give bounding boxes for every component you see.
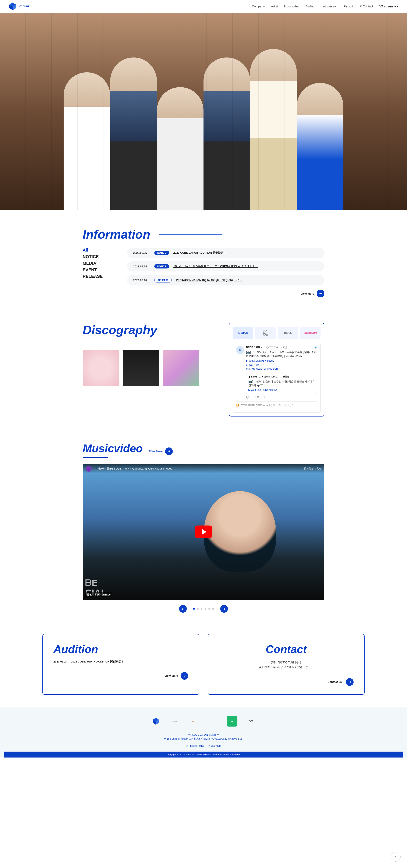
tweet-avatar-icon: ⟨3 (236, 346, 244, 354)
slider-dots (193, 608, 214, 610)
footer-logo-icon[interactable]: UNIV (169, 716, 180, 726)
youtube-logo-icon[interactable]: ▶ YouTube (96, 592, 112, 597)
album-cover[interactable] (83, 350, 119, 386)
hero-person (64, 72, 110, 210)
footer-logo-icon[interactable]: W (227, 716, 238, 726)
audition-date: 2023.05.24 (54, 660, 67, 663)
info-tab-all[interactable]: All (83, 248, 115, 253)
info-row[interactable]: 2023.05.24 NOTICE 当社ホームページを新規リニューアルOPENさ… (127, 261, 324, 272)
nav-vt-cosmetics[interactable]: VT cosmetics (379, 5, 399, 8)
slider-dot[interactable] (193, 608, 195, 610)
twitter-tabs: ⟨3 BTOB PEN TA GON ✿IDLE LIGHTSUM (233, 327, 320, 339)
audition-card: Audition 2023.05.24 2023 CUBE JAPAN AUDI… (42, 634, 199, 695)
like-action[interactable]: ♡ 97 (253, 396, 259, 399)
information-title-text: Information (83, 227, 150, 241)
nav-audition[interactable]: Audition (306, 5, 316, 8)
channel-avatar-icon[interactable]: C (86, 466, 92, 472)
tweet-at: @BTOBOF… (267, 346, 281, 349)
footer-sitemap-link[interactable]: > Site Map (208, 744, 221, 747)
quoted-body: [📺] 이연복, 정호영이 교수인 과 [한국호텔 호텔조리과]｜#전과자 ep… (248, 380, 315, 387)
slider-dot[interactable] (197, 608, 199, 610)
tweet: ⟨3 BTOB JAPAN … @BTOBOF… · 45分 🐦 [📺] イ・ヨ… (236, 346, 317, 407)
like-count: 97 (256, 396, 259, 399)
footer-privacy-link[interactable]: > Privacy Policy (186, 744, 205, 747)
info-tab-release[interactable]: RELEASE (83, 274, 115, 279)
information-title: Information (83, 227, 324, 241)
slider-prev-button[interactable] (179, 605, 187, 613)
information-section: Information All NOTICE MEDIA EVENT RELEA… (79, 210, 328, 306)
slider-dot[interactable] (212, 608, 214, 610)
audition-text: 2023 CUBE JAPAN AUDITION 開催決定！ (71, 660, 124, 663)
video-bottom-bar: 見る ▶ YouTube (85, 592, 112, 597)
info-tab-event[interactable]: EVENT (83, 268, 115, 272)
share-button[interactable]: 共有 (317, 467, 321, 470)
site-logo[interactable]: VT CUBE (8, 2, 30, 10)
nav-musicvideo[interactable]: Musicvideo (284, 5, 299, 8)
info-badge: NOTICE (154, 251, 169, 255)
play-button[interactable] (195, 526, 212, 538)
footer-logo-icon[interactable]: LS (208, 716, 218, 726)
footer-logo-icon[interactable]: IDLE (189, 716, 199, 726)
tweet-body: [📺] イ・ヨンボク、チョン・ホヨンが教授の学科 [韓国ホテル観光実用専門学校 … (246, 350, 317, 358)
tweet-hashtags[interactable]: #비투비 #BTOB #이창섭 #LEE_CHANGSUB (246, 364, 317, 371)
video-player[interactable]: C (여자)아이들((G)I-DLE) - '퀸카 (Queencard)' O… (83, 464, 324, 600)
footer-logo-icon[interactable]: VT (246, 716, 256, 726)
twitter-bird-icon: 🐦 (314, 346, 317, 349)
nav-artist[interactable]: Artist (271, 5, 278, 8)
slider-dot[interactable] (208, 608, 210, 610)
quoted-tweet[interactable]: ❯ BTOB-… ✔ @OFFICIAL… · 1時間 [📺] 이연복, 정호영… (246, 373, 317, 394)
slider-next-button[interactable] (220, 605, 228, 613)
quoted-handle: ❯ BTOB-… ✔ @OFFICIAL… · 1時間 (248, 375, 315, 378)
nav-recruit[interactable]: Recruit (344, 5, 353, 8)
discography-section: Discography ⟨3 BTOB PEN TA GON ✿IDLE LIG… (79, 306, 328, 425)
twitter-widget: ⟨3 BTOB PEN TA GON ✿IDLE LIGHTSUM ⟨3 BTO… (229, 323, 324, 416)
audition-view-more[interactable]: View More (54, 672, 188, 680)
slider-dot[interactable] (201, 608, 202, 610)
info-tab-media[interactable]: MEDIA (83, 261, 115, 266)
watch-later-button[interactable]: 後で見る (304, 467, 313, 470)
album-cover[interactable] (163, 350, 199, 386)
watch-on-label[interactable]: 見る (85, 592, 94, 597)
twitter-feed[interactable]: ⟨3 BTOB JAPAN … @BTOBOF… · 45分 🐦 [📺] イ・ヨ… (233, 343, 320, 413)
twitter-tab-gidle[interactable]: ✿IDLE (278, 327, 298, 339)
info-row[interactable]: 2023.05.10 RELEASE PENTAGON JAPAN Digita… (127, 275, 324, 285)
info-tabs: All NOTICE MEDIA EVENT RELEASE (83, 248, 115, 297)
nav-information[interactable]: Information (322, 5, 337, 8)
footer-logo-cube-icon[interactable] (151, 716, 161, 726)
twitter-tab-lightsum[interactable]: LIGHTSUM (300, 327, 320, 339)
share-icon[interactable]: ⇪ (264, 396, 266, 399)
contact-us-button[interactable]: Contact us ! (219, 678, 353, 686)
info-view-more[interactable]: View More (127, 290, 324, 297)
contact-desc-line: 以下お問い合わせよりご連絡くださいませ。 (259, 665, 314, 669)
musicvideo-section: Musicvideo View More C (여자)아이들((G)I-DLE)… (79, 425, 328, 621)
info-row[interactable]: 2023.05.25 NOTICE 2023 CUBE JAPAN AUDITI… (127, 248, 324, 258)
copyright: Copyright © 2023CUBE ENTERTAINMENT JAPAN… (4, 751, 403, 757)
nav-company[interactable]: Company (252, 5, 265, 8)
mv-view-more[interactable]: View More (149, 447, 173, 455)
contact-card: Contact 弊社に関するご質問等は 以下お問い合わせよりご連絡くださいませ。… (208, 634, 365, 695)
tweet-link[interactable]: ▶ youtu.be/NUSX-txt9uU (246, 359, 317, 362)
arrow-right-icon (346, 678, 353, 686)
main-nav: Company Artist Musicvideo Audition Infor… (252, 5, 399, 8)
album-cover[interactable] (123, 350, 159, 386)
nav-contact[interactable]: Contact (359, 5, 373, 8)
audition-row[interactable]: 2023.05.24 2023 CUBE JAPAN AUDITION 開催決定… (54, 660, 188, 663)
hero-person (250, 49, 297, 210)
hero-person (157, 87, 204, 210)
slider-dot[interactable] (205, 608, 206, 610)
twitter-tab-btob[interactable]: ⟨3 BTOB (233, 327, 253, 339)
retweet-icon: 🔁 (236, 404, 239, 407)
musicvideo-title-text: Musicvideo (83, 442, 143, 455)
album-grid (83, 350, 220, 386)
quoted-link[interactable]: ▶ youtu.be/NUSX-txt9uU (248, 389, 315, 392)
video-top-bar: C (여자)아이들((G)I-DLE) - '퀸카 (Queencard)' O… (83, 464, 324, 473)
view-more-label: View More (301, 292, 314, 295)
cards-row: Audition 2023.05.24 2023 CUBE JAPAN AUDI… (34, 634, 373, 695)
footer: UNIV IDLE LS W VT VT CUBE JAPAN 株式会社 〒16… (0, 708, 407, 757)
info-tab-notice[interactable]: NOTICE (83, 254, 115, 259)
retweet-label: 🔁 BTOB JAPAN OFFICIALさんがリツイートしました (236, 401, 317, 407)
reply-icon[interactable]: 💬 (246, 396, 249, 399)
contact-cta-label: Contact us ! (327, 680, 343, 683)
audition-title: Audition (54, 643, 188, 655)
twitter-tab-pentagon[interactable]: PEN TA GON (255, 327, 276, 339)
